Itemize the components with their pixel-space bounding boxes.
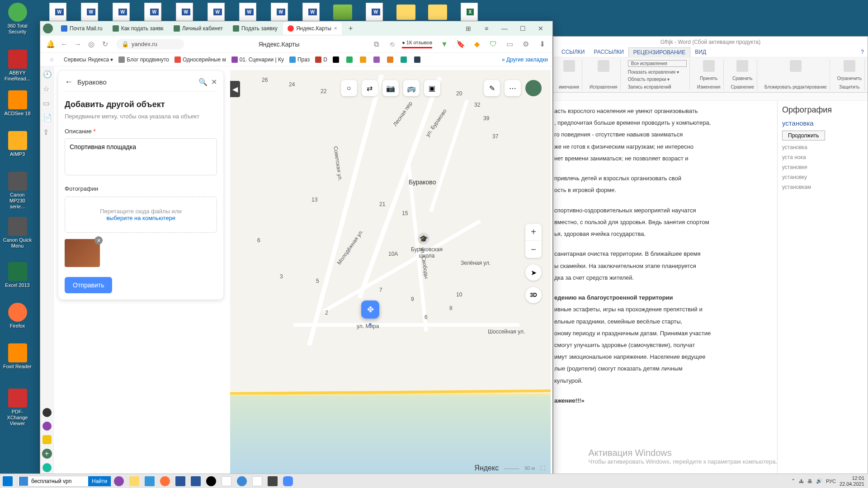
folder-icon[interactable] (393, 5, 418, 20)
folder-icon[interactable] (330, 5, 355, 20)
copy-icon[interactable]: ⧉ (370, 38, 382, 50)
ext-icon[interactable]: ◆ (471, 38, 483, 50)
description-textarea[interactable] (65, 138, 217, 175)
app-icon[interactable] (42, 422, 52, 431)
url-input[interactable]: 🔒yandex.ru (116, 39, 184, 49)
search-field[interactable] (29, 478, 88, 484)
lang-indicator[interactable]: РУС (826, 479, 836, 484)
add-button[interactable]: + (42, 449, 52, 459)
submit-button[interactable]: Отправить (65, 277, 112, 293)
ext-icon[interactable]: ⚙ (520, 38, 532, 50)
maximize-button[interactable]: ☐ (514, 22, 532, 35)
routes-icon[interactable]: ⇄ (362, 80, 378, 96)
bookmark[interactable]: Праз (289, 56, 310, 63)
app-abbyy[interactable]: ABBYY FineRead... (3, 50, 32, 82)
speaker-icon[interactable]: 🔊 (816, 478, 822, 484)
user-avatar[interactable] (525, 80, 542, 96)
poi-school-icon[interactable]: 🎓 (418, 233, 429, 244)
bookmark[interactable] (373, 56, 382, 63)
browser-taskbar-icon[interactable] (250, 474, 265, 488)
history-icon[interactable]: 🕘 (43, 70, 51, 78)
close-icon[interactable]: × (334, 25, 337, 32)
app-acdsee[interactable]: ACDSee 18 (3, 90, 32, 117)
bookmark[interactable] (414, 56, 422, 63)
transport-icon[interactable]: 🚌 (403, 80, 420, 96)
bookmark-icon[interactable]: 🔖 (455, 38, 467, 50)
app-icon[interactable] (265, 474, 280, 488)
reload-button[interactable]: ↻ (99, 38, 111, 50)
tab-links[interactable]: ССЫЛКИ (557, 47, 589, 57)
bookmark[interactable]: Блог продвинуто (118, 56, 169, 63)
app-excel[interactable]: Excel 2013 (3, 262, 32, 288)
app-360[interactable]: 360 Total Security (3, 3, 32, 35)
tab-account[interactable]: Личный кабинет (169, 22, 227, 35)
translate-icon[interactable]: ⎋ (387, 38, 398, 50)
minimize-button[interactable]: — (495, 22, 514, 35)
add-tab-button[interactable]: + (345, 23, 356, 34)
clock[interactable]: 12:0122.04.2021 (840, 475, 864, 486)
tab-apply[interactable]: Подать заявку (228, 22, 282, 35)
find-button[interactable]: Найти (88, 476, 111, 486)
app-icon[interactable] (42, 435, 52, 444)
bookmark[interactable]: Односерийные м (175, 56, 226, 63)
edit-icon[interactable]: ✎ (484, 80, 500, 96)
tab-mailings[interactable]: РАССЫЛКИ (589, 47, 628, 57)
start-button[interactable] (0, 474, 15, 488)
tabs-icon[interactable]: ▭ (43, 99, 51, 107)
zoom-in-button[interactable]: + (525, 224, 542, 241)
tab-mail[interactable]: Почта Mail.ru (57, 22, 107, 35)
collapse-panel-icon[interactable]: ◀ (230, 81, 240, 97)
photo-thumbnail[interactable]: ✕ (65, 239, 100, 267)
note-icon[interactable]: 📄 (43, 113, 51, 122)
search-icon[interactable]: 🔍 (198, 78, 208, 86)
bookmark[interactable]: 01. Сценарии | Ку (231, 56, 284, 63)
aimp-taskbar-icon[interactable] (203, 474, 219, 488)
taskbar-search[interactable]: Найти (17, 476, 111, 487)
app-firefox[interactable]: Firefox (3, 303, 32, 329)
bookmark[interactable] (360, 56, 368, 63)
close-button[interactable]: ✕ (532, 22, 550, 35)
shield-icon[interactable]: 🛡 (487, 38, 499, 50)
layers-icon[interactable]: ▣ (424, 80, 440, 96)
delete-photo-icon[interactable]: ✕ (94, 236, 103, 244)
bookmark[interactable] (401, 56, 409, 63)
app-canon-quick[interactable]: Canon Quick Menu (3, 217, 32, 249)
back-button[interactable]: ← (58, 38, 70, 50)
window-icon[interactable] (142, 474, 157, 488)
tab-apply-info[interactable]: Как подать заявк (108, 22, 168, 35)
bookmark[interactable] (346, 56, 354, 63)
bookmark[interactable] (333, 56, 341, 63)
word-taskbar-icon[interactable] (173, 474, 188, 488)
tab-review[interactable]: РЕЦЕНЗИРОВАНИЕ (628, 47, 690, 57)
app-pdfxchange[interactable]: PDF-XChange Viewer (3, 389, 32, 427)
ext-icon[interactable]: ▭ (504, 38, 515, 50)
firefox-taskbar-icon[interactable] (157, 474, 173, 488)
photo-dropzone[interactable]: Перетащите сюда файлы или выберите на ко… (65, 197, 217, 233)
yandex-taskbar-icon[interactable] (111, 474, 127, 488)
map-canvas[interactable]: ◀ Бураково Лесная пер ул. Бураково Молод… (230, 70, 551, 475)
ruler-icon[interactable]: ○ (341, 80, 357, 96)
reviews-badge[interactable]: ● 1К отзывов (402, 40, 432, 48)
zoom-taskbar-icon[interactable] (280, 474, 296, 488)
save-icon[interactable] (188, 474, 203, 488)
more-icon[interactable]: ⋯ (505, 80, 521, 96)
network-icon[interactable]: 🖧 (799, 479, 804, 484)
share-icon[interactable]: ⇪ (43, 128, 51, 136)
continue-button[interactable]: Продолжить (782, 131, 825, 141)
home-icon[interactable]: ◎ (85, 38, 97, 50)
app-canon-mp230[interactable]: Canon MP230 serie... (3, 172, 32, 210)
app-icon[interactable] (42, 408, 52, 417)
layout-icon[interactable]: ⊞ (459, 22, 477, 35)
ie-icon[interactable] (234, 474, 250, 488)
bookmark[interactable]: Сервисы Яндекса ▾ (64, 56, 113, 63)
tab-maps[interactable]: Яндекс.Карты× (283, 22, 342, 35)
ext-icon[interactable]: ▼ (439, 38, 450, 50)
search-input[interactable]: Бураково (77, 78, 195, 86)
more-bookmarks[interactable]: » Другие закладки (502, 56, 548, 63)
app-foxit[interactable]: Foxit Reader (3, 343, 32, 370)
downloads-icon[interactable]: ⬇ (536, 38, 548, 50)
camera-icon[interactable]: 📷 (382, 80, 399, 96)
tray-up-icon[interactable]: ⌃ (791, 478, 795, 484)
yandex-icon[interactable] (219, 474, 234, 488)
document-body[interactable]: асть взрослого населения не умеют органи… (553, 101, 777, 474)
